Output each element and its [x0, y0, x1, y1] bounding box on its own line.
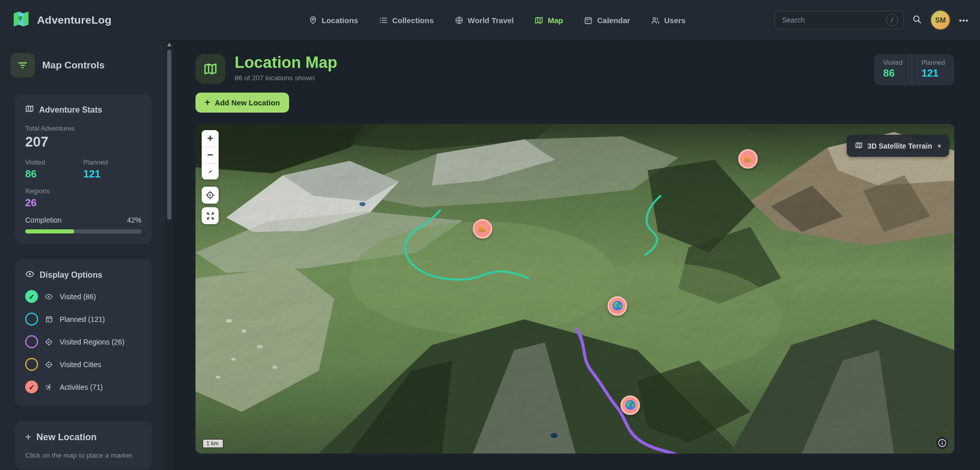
- globe-icon: [454, 16, 464, 25]
- nav-label: Locations: [322, 16, 358, 25]
- nav-label: Calendar: [597, 16, 630, 25]
- map-marker-activity[interactable]: [473, 219, 492, 239]
- regions-stat: Regions 26: [25, 187, 141, 209]
- option-visited[interactable]: ✓ Visited (86): [25, 290, 141, 303]
- nav-item-locations[interactable]: Locations: [308, 16, 358, 25]
- brand[interactable]: AdventureLog: [11, 9, 112, 31]
- users-icon: [651, 16, 660, 25]
- visited-value: 86: [25, 168, 83, 180]
- visited-badge: Visited 86: [874, 54, 912, 85]
- nav-label: World Travel: [468, 16, 514, 25]
- total-adventures-value: 207: [25, 134, 141, 150]
- nav-label: Map: [548, 16, 563, 25]
- map-icon: [534, 16, 544, 25]
- sidebar-scrollbar[interactable]: [166, 41, 173, 470]
- eye-icon: [25, 269, 34, 281]
- stats-card-title: Adventure Stats: [25, 104, 141, 115]
- header-stats-card: Visited 86 Planned 121: [874, 54, 954, 85]
- zoom-out-button[interactable]: −: [202, 147, 219, 163]
- more-menu-button[interactable]: •••: [959, 16, 969, 25]
- top-navbar: AdventureLog Locations Collections World…: [0, 0, 980, 41]
- checkbox-unchecked[interactable]: [25, 313, 38, 326]
- search-icon: [912, 14, 922, 26]
- checkbox-checked[interactable]: ✓: [25, 381, 38, 393]
- nav-item-collections[interactable]: Collections: [379, 16, 434, 25]
- sidebar-title: Map Controls: [42, 60, 104, 71]
- scrollbar-thumb[interactable]: [167, 50, 171, 220]
- map-style-selector[interactable]: 3D Satellite Terrain ▾: [847, 135, 949, 157]
- geolocate-button[interactable]: [202, 187, 219, 204]
- planned-stat: Planned 121: [83, 158, 141, 180]
- map-marker-visited[interactable]: [620, 395, 640, 415]
- nav-item-map[interactable]: Map: [534, 16, 563, 25]
- checkbox-unchecked[interactable]: [25, 358, 38, 371]
- completion-progress: [25, 229, 141, 233]
- target-icon: [44, 360, 54, 369]
- map-zoom-controls: + −: [202, 130, 219, 179]
- option-planned[interactable]: Planned (121): [25, 313, 141, 326]
- main-content: Location Map 86 of 207 locations shown V…: [173, 41, 980, 470]
- display-options-title: Display Options: [25, 269, 141, 281]
- runner-icon: [44, 383, 54, 391]
- map-terrain[interactable]: [195, 124, 954, 454]
- nav-item-users[interactable]: Users: [651, 16, 686, 25]
- nav-label: Collections: [392, 16, 434, 25]
- new-location-title: + New Location: [25, 431, 141, 443]
- planned-value: 121: [83, 168, 141, 180]
- search-box[interactable]: /: [774, 11, 904, 29]
- option-visited-regions[interactable]: Visited Regions (26): [25, 335, 141, 348]
- info-icon: [938, 439, 947, 447]
- page-title: Location Map: [235, 54, 337, 71]
- adventurelog-logo-icon: [11, 9, 31, 31]
- adventurelog-app: AdventureLog Locations Collections World…: [0, 0, 980, 470]
- completion-percent: 42%: [127, 216, 141, 224]
- nav-item-calendar[interactable]: Calendar: [584, 16, 630, 25]
- nav-label: Users: [664, 16, 686, 25]
- plus-icon: +: [205, 97, 210, 108]
- nav-item-world-travel[interactable]: World Travel: [454, 16, 514, 25]
- navbar-right: / SM •••: [774, 10, 969, 30]
- add-new-location-button[interactable]: + Add New Location: [195, 93, 289, 113]
- zoom-in-button[interactable]: +: [202, 130, 219, 147]
- completion-bar-fill: [25, 229, 74, 233]
- total-adventures-label: Total Adventures: [25, 124, 141, 132]
- completion-row: Completion 42%: [25, 216, 141, 224]
- new-location-card: + New Location Click on the map to place…: [15, 421, 152, 469]
- map-canvas[interactable]: + − 3D Satellite Terrain ▾: [195, 124, 954, 454]
- search-shortcut-badge: /: [886, 14, 898, 26]
- location-map-icon-tile: [195, 54, 225, 84]
- regions-value: 26: [25, 197, 141, 209]
- hiking-boot-icon: [742, 153, 753, 164]
- map-style-label: 3D Satellite Terrain: [867, 142, 932, 150]
- map-icon: [855, 141, 863, 151]
- calendar-icon: [44, 315, 54, 323]
- map-marker-activity[interactable]: [738, 149, 758, 169]
- compass-button[interactable]: [202, 163, 219, 179]
- display-options-card: Display Options ✓ Visited (86) Planned (…: [15, 259, 152, 406]
- map-marker-visited[interactable]: [608, 296, 627, 316]
- eye-icon: [44, 293, 54, 301]
- search-button[interactable]: [912, 14, 922, 26]
- option-visited-cities[interactable]: Visited Cities: [25, 358, 141, 371]
- map-controls-sidebar: Map Controls Adventure Stats Total Adven…: [0, 41, 166, 470]
- visited-stat: Visited 86: [25, 158, 83, 180]
- adventure-stats-card: Adventure Stats Total Adventures 207 Vis…: [15, 94, 152, 244]
- map-icon: [203, 62, 218, 76]
- checkbox-unchecked[interactable]: [25, 335, 38, 348]
- geolocate-icon: [205, 190, 215, 200]
- page-subtitle: 86 of 207 locations shown: [235, 74, 337, 82]
- new-location-hint: Click on the map to place a marker.: [25, 451, 141, 459]
- fullscreen-button[interactable]: [202, 207, 219, 224]
- avatar[interactable]: SM: [930, 10, 951, 30]
- chevron-down-icon: ▾: [938, 142, 941, 150]
- calendar-icon: [584, 16, 593, 25]
- list-icon: [379, 16, 388, 25]
- option-activities[interactable]: ✓ Activities (71): [25, 381, 141, 393]
- checkbox-checked[interactable]: ✓: [25, 290, 38, 303]
- attribution-info-button[interactable]: [936, 437, 948, 449]
- map-scale-bar: 1 km: [202, 439, 224, 448]
- search-input[interactable]: [782, 16, 886, 24]
- map-pin-icon: [308, 16, 317, 25]
- globe-icon: [625, 399, 636, 411]
- scrollbar-up-arrow[interactable]: [167, 43, 171, 46]
